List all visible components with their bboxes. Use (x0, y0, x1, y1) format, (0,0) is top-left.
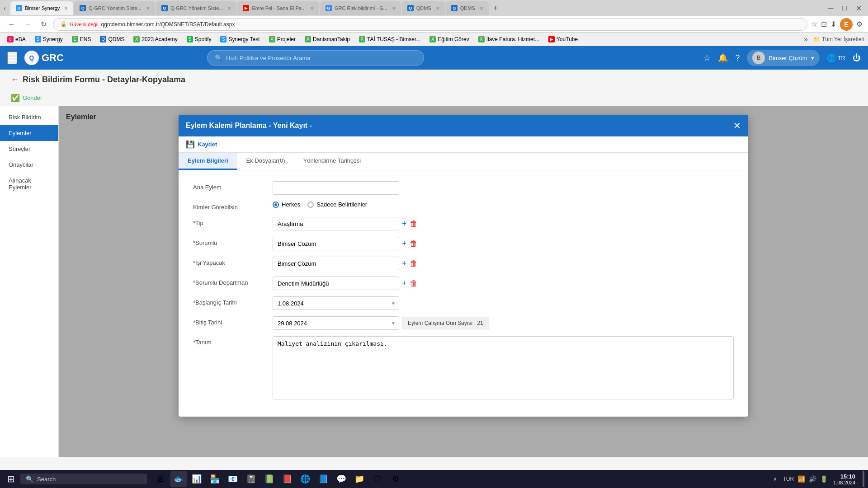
bitis-tarihi-select[interactable]: 29.08.2024 (273, 316, 399, 330)
tab-close-2[interactable]: ✕ (146, 6, 150, 11)
baslangic-tarihi-select[interactable]: 1.08.2024 (273, 296, 399, 310)
sidebar-item-eylemler[interactable]: Eylemler (0, 125, 58, 141)
tab-close-6[interactable]: ✕ (436, 6, 439, 11)
is-yapacak-add-button[interactable]: + (402, 259, 407, 268)
radio-sadece[interactable]: Sadece Belirtilenler (307, 201, 367, 208)
power-button[interactable]: ⏻ (853, 53, 861, 63)
chevron-up-icon[interactable]: ∧ (773, 476, 777, 482)
sorumlu-add-button[interactable]: + (402, 239, 407, 249)
close-window-button[interactable]: ✕ (853, 3, 864, 14)
tab-7[interactable]: Q QDMS ✕ (446, 1, 489, 15)
tab-2[interactable]: Q Q-GRC Yönetim Siste... ✕ (74, 1, 155, 15)
taskbar-app-word[interactable]: 📘 (315, 471, 331, 487)
minimize-button[interactable]: ─ (826, 3, 836, 13)
tab-eylem-bilgileri[interactable]: Eylem Bilgileri (179, 153, 237, 170)
sorumlu-departman-input[interactable] (273, 277, 399, 290)
sorumlu-departman-delete-button[interactable]: 🗑 (410, 279, 418, 288)
tanim-textarea[interactable]: Maliyet analizinin çıkarılması. (273, 336, 734, 399)
user-profile-button[interactable]: B Bimser Çözüm ▾ (747, 50, 819, 66)
bookmark-synergy[interactable]: S Synergy (31, 35, 66, 43)
bookmarks-more-icon[interactable]: » (804, 35, 808, 43)
send-button[interactable]: ✅ Gönder (11, 94, 42, 102)
volume-icon[interactable]: 🔊 (809, 475, 816, 483)
tip-add-button[interactable]: + (402, 219, 407, 229)
profile-avatar[interactable]: E (840, 18, 853, 31)
radio-herkes[interactable]: Herkes (273, 201, 300, 208)
bookmark-ens[interactable]: E ENS (68, 35, 95, 43)
tip-delete-button[interactable]: 🗑 (410, 219, 418, 229)
forward-button[interactable]: → (22, 19, 34, 29)
tab-close-1[interactable]: ✕ (64, 6, 68, 11)
is-yapacak-delete-button[interactable]: 🗑 (410, 259, 418, 268)
taskbar-app-ppt[interactable]: 📕 (279, 471, 295, 487)
page-back-button[interactable]: ← (11, 75, 19, 84)
taskbar-app-pbi[interactable]: 📊 (189, 471, 205, 487)
back-button[interactable]: ← (5, 19, 18, 29)
tab-close-3[interactable]: ✕ (227, 6, 231, 11)
is-yapacak-input[interactable] (273, 257, 399, 270)
tab-5[interactable]: G GRC Risk bildirimi - G... ✕ (320, 1, 401, 15)
tab-1[interactable]: B Bimser Synergy ✕ (10, 1, 74, 15)
language-selector[interactable]: 🌐 TR (827, 54, 845, 62)
bookmark-eba[interactable]: e eBA (4, 35, 29, 43)
taskbar-clock[interactable]: 15:10 1.08.2024 (833, 473, 855, 485)
sorumlu-departman-add-button[interactable]: + (402, 279, 407, 288)
bookmark-spotify[interactable]: S Spotify (183, 35, 215, 43)
download-icon[interactable]: ⬇ (830, 20, 836, 28)
reload-button[interactable]: ↻ (38, 19, 49, 29)
modal-close-button[interactable]: ✕ (733, 120, 741, 131)
taskbar-app-store[interactable]: 🏪 (207, 471, 223, 487)
tab-3[interactable]: Q Q-GRC Yönetim Siste... ✕ (156, 1, 237, 15)
app-search-bar[interactable]: 🔍 Hızlı Politika ve Prosedür Arama (207, 50, 424, 66)
wifi-icon[interactable]: 📶 (797, 475, 805, 483)
hamburger-menu-button[interactable]: ☰ (7, 52, 17, 64)
ana-eylem-input[interactable] (273, 181, 399, 195)
extensions-icon[interactable]: ⚙ (856, 20, 863, 28)
favorite-icon[interactable]: ☆ (703, 53, 711, 63)
tab-close-7[interactable]: ✕ (480, 6, 483, 11)
show-desktop-button[interactable] (863, 471, 864, 487)
taskbar-app-files[interactable]: 🐟 (170, 471, 187, 487)
sorumlu-delete-button[interactable]: 🗑 (410, 239, 418, 249)
new-tab-button[interactable]: + (490, 4, 502, 13)
taskbar-app-explorer[interactable]: 📁 (351, 471, 368, 487)
tab-close-4[interactable]: ✕ (310, 6, 314, 11)
bookmark-synergy-test[interactable]: S Synergy Test (217, 35, 263, 43)
start-button[interactable]: ⊞ (4, 472, 19, 486)
taskbar-app-chrome[interactable]: 🌐 (297, 471, 313, 487)
taskbar-app-outlook[interactable]: 📧 (225, 471, 241, 487)
taskbar-app-defender[interactable]: 🛡 (369, 471, 386, 487)
taskbar-search-bar[interactable]: 🔍 Search (20, 474, 147, 484)
bookmark-youtube[interactable]: ▶ YouTube (545, 35, 581, 43)
help-icon[interactable]: ? (735, 53, 740, 63)
bookmark-qdms[interactable]: Q QDMS (96, 35, 128, 43)
taskbar-app-settings[interactable]: ⚙ (387, 471, 404, 487)
bookmark-egitim[interactable]: X Eğitim Görev (426, 35, 472, 43)
bookmark-2023academy[interactable]: X 2023 Academy (130, 35, 181, 43)
all-locations-btn[interactable]: 📁 Tüm Yer İşaretleri (813, 36, 864, 42)
taskbar-app-teams[interactable]: 💬 (333, 471, 349, 487)
tab-6[interactable]: Q QDMS ✕ (402, 1, 445, 15)
cast-icon[interactable]: ⊡ (821, 20, 827, 28)
sidebar-item-surecler[interactable]: Süreçler (0, 141, 58, 157)
taskbar-app-widgets[interactable]: ⊞ (152, 471, 169, 487)
sidebar-item-risk-bildirim[interactable]: Risk Bildirim (0, 109, 58, 125)
bookmark-star-icon[interactable]: ☆ (811, 20, 817, 28)
tab-4[interactable]: ▶ Emre Fel - Sana El Pe... ✕ (237, 1, 319, 15)
notification-icon[interactable]: 🔔 (718, 53, 728, 63)
address-input[interactable]: 🔓 Güvenli değil qgrcdemo.bimser.com.tr/Q… (53, 18, 807, 31)
sidebar-item-alinacak-eylemler[interactable]: Alınacak Eylemler (0, 173, 58, 195)
taskbar-app-onenote[interactable]: 📓 (243, 471, 259, 487)
tab-yonlendirme-tarihcesi[interactable]: Yönlendirme Tarihçesi (294, 153, 370, 170)
bookmark-projeler[interactable]: X Projeler (265, 35, 299, 43)
taskbar-app-excel[interactable]: 📗 (261, 471, 277, 487)
tip-input[interactable] (273, 217, 399, 230)
bookmark-ilave[interactable]: X İlave Fatura. Hizmet... (475, 35, 543, 43)
tab-close-5[interactable]: ✕ (392, 6, 396, 11)
bookmark-danisman[interactable]: X DanismanTakip (301, 35, 354, 43)
sidebar-item-onaycilar[interactable]: Onaycilar (0, 157, 58, 173)
restore-button[interactable]: □ (840, 3, 849, 13)
tab-ek-dosyalar[interactable]: Ek Dosyalar(0) (237, 153, 294, 170)
sorumlu-input[interactable] (273, 237, 399, 250)
bookmark-tai[interactable]: X TAİ TUSAŞ - Bimser... (355, 35, 424, 43)
